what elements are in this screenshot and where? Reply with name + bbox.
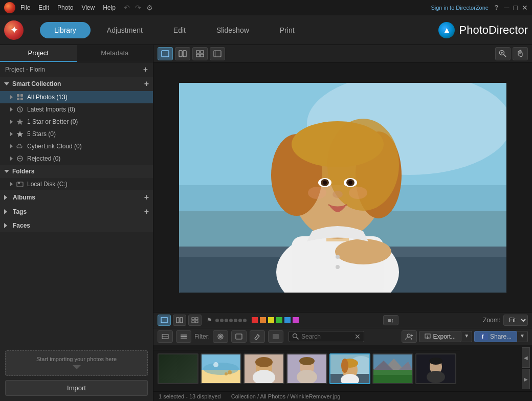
sidebar-item-latest-imports[interactable]: Latest Imports (0) [0,103,153,116]
smart-collection-add-btn[interactable]: + [144,80,149,88]
all-photos-icon [16,93,24,101]
albums-add-btn[interactable]: + [144,193,149,202]
redo-btn[interactable]: ↷ [135,4,141,12]
menu-view[interactable]: View [81,4,95,11]
tab-slideshow[interactable]: Slideshow [202,22,263,38]
color-blue[interactable] [284,317,291,323]
filmstrip-list-view[interactable] [176,330,191,343]
albums-header[interactable]: Albums + [0,190,153,205]
color-red[interactable] [252,317,258,323]
view-compare-btn[interactable] [175,47,190,60]
color-orange[interactable] [260,317,266,323]
tab-library[interactable]: Library [40,22,91,38]
filmstrip-prev-btn[interactable]: ◀ [522,347,530,368]
import-hint[interactable]: Start importing your photos here [5,350,148,376]
svg-marker-6 [17,131,24,137]
import-button[interactable]: Import [5,380,148,396]
view-fullscreen-btn[interactable] [210,47,225,60]
tab-print[interactable]: Print [265,22,309,38]
folders-header[interactable]: Folders [0,165,153,178]
tags-add-btn[interactable]: + [144,208,149,216]
tab-metadata[interactable]: Metadata [77,45,153,62]
search-input[interactable] [301,333,352,340]
thumb-5-selected[interactable] [329,353,370,384]
svg-point-78 [203,363,239,375]
zoom-tool-btn[interactable] [495,47,511,60]
zoom-select[interactable]: Fit [503,315,528,326]
pan-tool-btn[interactable] [513,47,528,60]
sidebar-item-five-stars[interactable]: 5 Stars (0) [0,128,153,140]
sort-button[interactable]: ≡↕ [383,315,398,325]
folders-label: Folders [12,168,34,175]
view-grid-btn[interactable] [192,47,208,60]
svg-rect-14 [196,51,199,53]
menu-file[interactable]: File [20,4,30,11]
tab-project[interactable]: Project [0,45,77,62]
share-btn[interactable]: f Share... [474,331,517,342]
undo-btn[interactable]: ↶ [124,4,130,12]
smart-collection-header[interactable]: Smart Collection + [0,77,153,91]
view-single-btn[interactable] [158,47,173,60]
tab-adjustment[interactable]: Adjustment [93,22,157,38]
dot-4[interactable] [229,319,233,322]
sidebar-item-one-star[interactable]: 1 Star or Better (0) [0,116,153,128]
svg-point-105 [429,358,442,365]
filmstrip-view-btn[interactable] [173,315,186,326]
thumb-6[interactable] [372,353,413,384]
faces-header[interactable]: Faces [0,219,153,232]
project-header: Project - Florin + [0,62,153,77]
export-dropdown-arrow[interactable]: ▼ [461,331,472,342]
thumb-4[interactable] [286,353,327,384]
search-clear-btn[interactable]: ✕ [354,332,361,341]
filter-edit-btn[interactable] [250,330,265,343]
menu-help[interactable]: Help [103,4,116,11]
sidebar-item-local-disk[interactable]: Local Disk (C:) [0,178,153,190]
filmstrip-single-view[interactable] [158,315,171,326]
filmstrip-grid-btn[interactable] [188,315,202,326]
faces-triangle [4,223,10,228]
project-add-btn[interactable]: + [143,65,148,74]
filter-color-btn[interactable] [213,330,228,343]
sidebar-item-all-photos[interactable]: All Photos (13) [0,91,153,103]
main-nav: ✦ Library Adjustment Edit Slideshow Prin… [0,15,532,45]
export-btn[interactable]: Export... [419,331,461,342]
filter-dark-btn[interactable] [268,330,283,343]
dot-3[interactable] [225,319,228,322]
help-btn[interactable]: ? [495,4,498,11]
thumb-2[interactable] [201,353,241,384]
menu-photo[interactable]: Photo [57,4,73,11]
tab-edit[interactable]: Edit [159,22,200,38]
dot-6[interactable] [238,319,242,322]
action-buttons: Export... ▼ f Share... ▼ [402,330,528,343]
dot-5[interactable] [234,319,237,322]
import-section: Start importing your photos here Import [0,345,153,401]
minimize-btn[interactable]: ─ [504,4,509,12]
tags-header[interactable]: Tags + [0,205,153,219]
color-green[interactable] [276,317,282,323]
settings-btn[interactable]: ⚙ [146,4,153,12]
flag-icon[interactable]: ⚑ [207,317,212,324]
dot-2[interactable] [220,319,224,322]
menu-edit[interactable]: Edit [38,4,49,11]
close-btn[interactable]: ✕ [522,4,528,12]
thumb-3[interactable] [243,353,284,384]
sidebar-item-cyberlink-cloud[interactable]: CyberLink Cloud (0) [0,140,153,152]
color-purple[interactable] [293,317,299,323]
filmstrip-next-btn[interactable]: ▶ [522,369,530,389]
thumb-7[interactable] [415,353,456,384]
latest-imports-icon [16,105,24,114]
color-yellow[interactable] [268,317,274,323]
photo-view[interactable] [153,63,532,312]
filmstrip-grid-view[interactable] [158,330,173,343]
sidebar-item-rejected[interactable]: Rejected (0) [0,152,153,165]
one-star-label: 1 Star or Better (0) [27,118,78,125]
filter-rect-btn[interactable] [231,330,247,343]
sign-in-link[interactable]: Sign in to DirectorZone [431,5,489,11]
add-person-btn[interactable] [402,330,417,343]
dot-7[interactable] [243,319,247,322]
share-dropdown-arrow[interactable]: ▼ [517,331,528,342]
thumb-1[interactable] [158,353,198,384]
maximize-btn[interactable]: □ [514,4,518,12]
dot-1[interactable] [215,319,219,322]
filmstrip-nav: ◀ ▶ [520,345,532,391]
